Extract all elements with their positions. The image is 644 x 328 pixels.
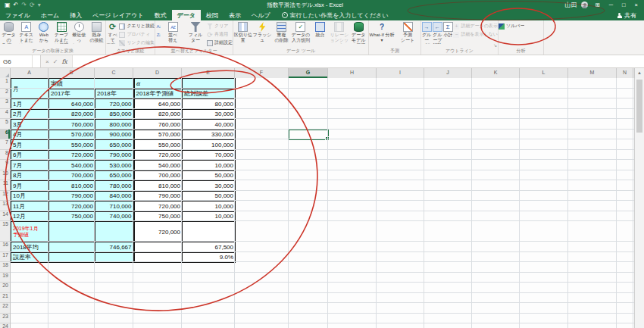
row-header-8[interactable]: 8	[0, 150, 10, 161]
maximize-button[interactable]: □	[620, 0, 628, 10]
row-header-23[interactable]: 23	[0, 314, 10, 324]
select-all-button[interactable]	[0, 68, 11, 78]
consolidate-button[interactable]: 統合	[311, 21, 330, 38]
queries-connections-button[interactable]: クエリと接続	[119, 22, 155, 30]
row-header-1[interactable]: 1	[0, 78, 10, 89]
formula-input[interactable]	[73, 55, 644, 67]
sort-ascending-button[interactable]	[155, 22, 161, 30]
tab-formulas[interactable]: 数式	[149, 10, 172, 20]
name-box[interactable]: G6	[0, 55, 33, 67]
flash-fill-button[interactable]: フラッシュ フィル	[252, 21, 271, 44]
row-header-19[interactable]: 19	[0, 273, 10, 283]
text-to-columns-button[interactable]: 区切り位置	[233, 21, 252, 43]
save-icon[interactable]: ▣	[5, 0, 11, 10]
forecast-sheet-button[interactable]: 予測 シート	[395, 21, 420, 43]
user-name[interactable]: 山田	[564, 1, 577, 9]
sort-descending-button[interactable]	[155, 30, 161, 39]
from-text-csv-button[interactable]: テキストまた は CSV から	[17, 21, 35, 44]
row-header-15[interactable]: 15	[0, 221, 10, 242]
column-header-K[interactable]: K	[472, 68, 520, 78]
column-header-G[interactable]: G	[289, 68, 328, 78]
properties-button[interactable]: プロパティ	[119, 30, 155, 39]
remove-duplicates-button[interactable]: 重複 の削除	[272, 21, 291, 43]
column-header-C[interactable]: C	[95, 68, 133, 78]
column-header-A[interactable]: A	[11, 68, 48, 78]
row-header-5[interactable]: 5	[0, 119, 10, 130]
advanced-filter-button[interactable]: 詳細設定	[207, 39, 233, 47]
name-box-caret-icon[interactable]	[33, 55, 41, 67]
reapply-filter-button[interactable]: 再適用	[207, 30, 233, 39]
sync-icon[interactable]: ⟳	[30, 0, 35, 10]
table-cell[interactable]	[183, 222, 236, 242]
group-button[interactable]: グルー プ化 ▾	[421, 21, 432, 44]
tell-me-box[interactable]: 実行したい作業を入力してください	[276, 10, 395, 20]
solver-button[interactable]: ソルバー	[499, 22, 524, 30]
cell-forecast-2019-label[interactable]: 2019年1月 予測値	[11, 222, 49, 242]
recent-sources-button[interactable]: 最近使っ たソース	[70, 21, 88, 44]
column-header-J[interactable]: J	[424, 68, 472, 78]
row-header-3[interactable]: 3	[0, 98, 10, 109]
row-header-4[interactable]: 4	[0, 109, 10, 120]
share-button[interactable]: 共有	[617, 10, 644, 20]
table-cell[interactable]	[95, 222, 134, 242]
row-header-24[interactable]: 24	[0, 323, 10, 328]
subtotal-button[interactable]: 小計	[442, 21, 453, 38]
column-header-L[interactable]: L	[520, 68, 568, 78]
row-header-2[interactable]: 2	[0, 89, 10, 99]
tab-data[interactable]: データ	[172, 10, 201, 20]
row-header-10[interactable]: 10	[0, 170, 10, 181]
row-header-9[interactable]: 9	[0, 160, 10, 170]
what-if-analysis-button[interactable]: What-If 分析 ▾	[369, 21, 395, 43]
row-header-6[interactable]: 6	[0, 130, 10, 140]
close-button[interactable]: ×	[633, 0, 640, 10]
tab-insert[interactable]: 挿入	[64, 10, 87, 20]
row-header-20[interactable]: 20	[0, 283, 10, 293]
row-header-18[interactable]: 18	[0, 262, 10, 273]
vertical-scrollbar[interactable]	[634, 78, 644, 328]
row-header-21[interactable]: 21	[0, 293, 10, 304]
row-header-14[interactable]: 14	[0, 211, 10, 222]
ribbon-display-options-icon[interactable]: ⊞	[592, 0, 602, 10]
data-validation-button[interactable]: データの 入力規則 ▾	[291, 21, 310, 44]
manage-data-model-button[interactable]: データ モデル の管理	[349, 21, 368, 44]
row-header-13[interactable]: 13	[0, 201, 10, 211]
minimize-button[interactable]: ─	[607, 0, 615, 10]
get-data-button[interactable]: データの 取得 ▾	[0, 21, 17, 44]
filter-button[interactable]: フィル ター	[184, 21, 207, 43]
scrollbar-thumb[interactable]	[636, 80, 642, 133]
tab-view[interactable]: 表示	[224, 10, 246, 20]
cell-forecast-2019-value[interactable]: 720,000	[134, 222, 183, 242]
user-avatar[interactable]	[581, 2, 588, 8]
existing-connections-button[interactable]: 既存 の接続	[88, 21, 105, 43]
column-header-H[interactable]: H	[328, 68, 377, 78]
enter-icon[interactable]: ✓	[53, 58, 58, 65]
redo-icon[interactable]: ↷	[21, 0, 27, 10]
row-header-22[interactable]: 22	[0, 303, 10, 314]
tab-review[interactable]: 校閲	[201, 10, 224, 20]
ungroup-button[interactable]: グループ 解除 ▾	[432, 21, 442, 44]
column-header-E[interactable]: E	[182, 68, 235, 78]
scroll-up-button[interactable]: ▲	[634, 68, 644, 78]
cancel-icon[interactable]: ×	[45, 58, 49, 65]
show-detail-button[interactable]: 詳細データの表示	[453, 22, 498, 30]
column-header-D[interactable]: D	[133, 68, 182, 78]
edit-links-button[interactable]: リンクの編集	[119, 39, 155, 47]
sort-button[interactable]: 並べ 替え	[161, 21, 184, 43]
tab-page-layout[interactable]: ページ レイアウト	[87, 10, 149, 20]
qat-customize-icon[interactable]: ▾	[38, 0, 41, 10]
tab-home[interactable]: ホーム	[36, 10, 64, 20]
table-cell[interactable]	[49, 222, 95, 242]
column-header-I[interactable]: I	[377, 68, 424, 78]
column-header-M[interactable]: M	[568, 68, 617, 78]
column-header-B[interactable]: B	[48, 68, 95, 78]
clear-filter-button[interactable]: クリア	[207, 22, 233, 30]
cell-month-header[interactable]: 月	[11, 79, 49, 99]
from-table-range-button[interactable]: テーブルまた は範囲から	[53, 21, 70, 44]
row-header-11[interactable]: 11	[0, 180, 10, 191]
insert-function-icon[interactable]: fx	[61, 58, 67, 65]
relationships-button[interactable]: リレーションシップ	[330, 21, 349, 44]
column-header-N[interactable]: N	[617, 68, 633, 78]
refresh-all-button[interactable]: すべて 更新 ▾	[106, 21, 119, 44]
from-web-button[interactable]: Web から	[35, 21, 52, 43]
grid-cells[interactable]: 月実績α2017年2018年2018年予測値絶対誤差1月640,000720,0…	[11, 78, 634, 328]
